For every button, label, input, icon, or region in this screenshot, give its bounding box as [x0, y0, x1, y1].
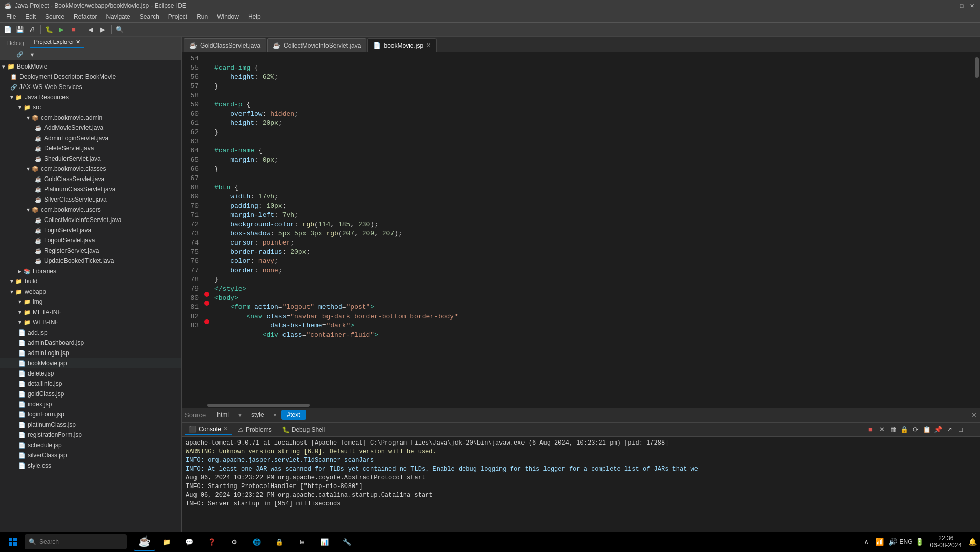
- collapse-all-button[interactable]: ≡: [2, 49, 13, 60]
- tree-item-delete-jsp[interactable]: 📄 delete.jsp: [0, 368, 181, 379]
- tree-item-loginform-jsp[interactable]: 📄 loginForm.jsp: [0, 409, 181, 419]
- maximize-panel-button[interactable]: □: [955, 425, 966, 435]
- html-dropdown[interactable]: ▼: [236, 410, 244, 420]
- style-tab[interactable]: style: [246, 410, 269, 419]
- horizontal-scrollbar[interactable]: [182, 403, 980, 408]
- tab-collectmovie[interactable]: ☕ CollectMovieInfoServlet.java: [267, 38, 366, 52]
- tree-item-users-package[interactable]: ▾ 📦 com.bookmovie.users: [0, 205, 181, 215]
- security-app[interactable]: 🔒: [269, 533, 290, 551]
- project-explorer-tab[interactable]: Project Explorer ✕: [30, 38, 84, 48]
- tree-item-bookmovie[interactable]: ▾ 📁 BookMovie: [0, 61, 181, 72]
- menu-edit[interactable]: Edit: [21, 12, 40, 21]
- tree-item-shedulerservlet[interactable]: ☕ ShedulerServlet.java: [0, 153, 181, 164]
- tree-item-jax[interactable]: 🔗 JAX-WS Web Services: [0, 82, 181, 92]
- menu-run[interactable]: Run: [192, 12, 212, 21]
- console-close[interactable]: ✕: [223, 426, 228, 432]
- scroll-lock-button[interactable]: 🔒: [899, 425, 909, 435]
- debug-button[interactable]: 🐛: [43, 24, 55, 35]
- pin-button[interactable]: 📌: [933, 425, 943, 435]
- minimize-panel-button[interactable]: _: [967, 425, 977, 435]
- tree-item-java-resources[interactable]: ▾ 📁 Java Resources: [0, 92, 181, 102]
- tree-item-deleteservlet[interactable]: ☕ DeleteServlet.java: [0, 143, 181, 153]
- tree-item-platinumclassservlet[interactable]: ☕ PlatinumClassServlet.java: [0, 184, 181, 194]
- menu-help[interactable]: Help: [244, 12, 265, 21]
- tab-close-button[interactable]: ✕: [426, 42, 431, 49]
- debug-shell-tab[interactable]: 🐛 Debug Shell: [278, 425, 329, 434]
- monitor-app[interactable]: 🖥: [291, 533, 313, 551]
- menu-search[interactable]: Search: [136, 12, 163, 21]
- network-icon[interactable]: 📶: [874, 536, 885, 547]
- notification-icon[interactable]: 🔔: [967, 536, 978, 547]
- clear-console-button[interactable]: 🗑: [888, 425, 898, 435]
- tray-arrow[interactable]: ∧: [861, 536, 872, 547]
- menu-window[interactable]: Window: [213, 12, 243, 21]
- open-console-button[interactable]: ↗: [944, 425, 954, 435]
- tree-item-libraries[interactable]: ▸ 📚 Libraries: [0, 266, 181, 276]
- view-menu-button[interactable]: ▼: [27, 49, 38, 60]
- tree-item-meta-inf[interactable]: ▾ 📁 META-INF: [0, 307, 181, 317]
- menu-navigate[interactable]: Navigate: [102, 12, 134, 21]
- browser-app[interactable]: 🌐: [246, 533, 268, 551]
- tree-item-registrationform-jsp[interactable]: 📄 registrationForm.jsp: [0, 430, 181, 440]
- save-button[interactable]: 💾: [14, 24, 26, 35]
- analytics-app[interactable]: 📊: [314, 533, 335, 551]
- remove-launch-button[interactable]: ✕: [877, 425, 887, 435]
- tree-item-src[interactable]: ▾ 📁 src: [0, 102, 181, 113]
- new-button[interactable]: 📄: [2, 24, 13, 35]
- volume-icon[interactable]: 🔊: [887, 536, 899, 547]
- tree-item-admin-package[interactable]: ▾ 📦 com.bookmovie.admin: [0, 113, 181, 123]
- menu-refactor[interactable]: Refactor: [70, 12, 101, 21]
- copy-button[interactable]: 📋: [922, 425, 932, 435]
- tree-item-registerservlet[interactable]: ☕ RegisterServlet.java: [0, 246, 181, 256]
- debug-tab[interactable]: Debug: [3, 39, 28, 47]
- menu-source[interactable]: Source: [41, 12, 69, 21]
- word-wrap-button[interactable]: ⟳: [910, 425, 921, 435]
- tree-item-addmovieservlet[interactable]: ☕ AddMovieServlet.java: [0, 123, 181, 133]
- teams-app[interactable]: 💬: [179, 533, 200, 551]
- stop-button[interactable]: ■: [68, 24, 79, 35]
- tree-item-img[interactable]: ▾ 📁 img: [0, 297, 181, 307]
- text-tab[interactable]: #text: [281, 410, 306, 420]
- vertical-scrollbar[interactable]: [973, 52, 980, 403]
- tools-app[interactable]: 🔧: [336, 533, 358, 551]
- tree-item-schedule-jsp[interactable]: 📄 schedule.jsp: [0, 440, 181, 450]
- link-with-editor-button[interactable]: 🔗: [14, 49, 26, 60]
- tab-goldclassservlet[interactable]: ☕ GoldClassServlet.java: [184, 38, 266, 52]
- tree-item-style-css[interactable]: 📄 style.css: [0, 460, 181, 471]
- menu-project[interactable]: Project: [164, 12, 191, 21]
- menu-file[interactable]: File: [2, 12, 20, 21]
- code-editor[interactable]: #card-img { height: 62%; } #card-p { ove…: [210, 52, 973, 403]
- forward-button[interactable]: ▶: [97, 24, 108, 35]
- close-bottom-panel[interactable]: ✕: [971, 411, 977, 419]
- print-button[interactable]: 🖨: [27, 24, 38, 35]
- tree-item-adminloginservlet[interactable]: ☕ AdminLoginServlet.java: [0, 133, 181, 143]
- file-tree[interactable]: ▾ 📁 BookMovie 📋 Deployment Descriptor: B…: [0, 60, 181, 540]
- battery-icon[interactable]: 🔋: [914, 536, 925, 547]
- search-button[interactable]: 🔍: [114, 24, 125, 35]
- settings-app[interactable]: ⚙: [224, 533, 245, 551]
- tree-item-adminlogin-jsp[interactable]: 📄 adminLogin.jsp: [0, 348, 181, 358]
- maximize-button[interactable]: □: [957, 2, 966, 10]
- tree-item-updatebooked[interactable]: ☕ UpdateBookedTicket.java: [0, 256, 181, 266]
- file-manager-app[interactable]: 📁: [156, 533, 178, 551]
- tree-item-logoutservlet[interactable]: ☕ LogoutServlet.java: [0, 235, 181, 246]
- eclipse-app[interactable]: ☕: [134, 533, 155, 551]
- html-tab[interactable]: html: [212, 410, 234, 419]
- language-icon[interactable]: ENG: [901, 536, 912, 547]
- tree-item-bookmovie-jsp[interactable]: 📄 bookMovie.jsp: [0, 358, 181, 368]
- problems-tab[interactable]: ⚠ Problems: [234, 425, 276, 434]
- tree-item-goldclassservlet[interactable]: ☕ GoldClassServlet.java: [0, 174, 181, 184]
- tree-item-build[interactable]: ▾ 📁 build: [0, 276, 181, 286]
- help-app[interactable]: ❓: [201, 533, 223, 551]
- console-tab[interactable]: ⬛ Console ✕: [185, 425, 232, 435]
- tree-item-collectmovie[interactable]: ☕ CollectMovieInfoServlet.java: [0, 215, 181, 225]
- style-dropdown[interactable]: ▼: [271, 410, 279, 420]
- tree-item-add-jsp[interactable]: 📄 add.jsp: [0, 327, 181, 338]
- tree-item-loginservlet[interactable]: ☕ LoginServlet.java: [0, 225, 181, 235]
- tab-bookmovie[interactable]: 📄 bookMovie.jsp ✕: [367, 38, 437, 52]
- start-button[interactable]: [2, 532, 24, 552]
- tree-item-silverclass-jsp[interactable]: 📄 silverClass.jsp: [0, 450, 181, 460]
- tree-item-classes-package[interactable]: ▾ 📦 com.bookmovie.classes: [0, 164, 181, 174]
- run-button[interactable]: ▶: [56, 24, 67, 35]
- tree-item-admindashboard-jsp[interactable]: 📄 adminDashboard.jsp: [0, 338, 181, 348]
